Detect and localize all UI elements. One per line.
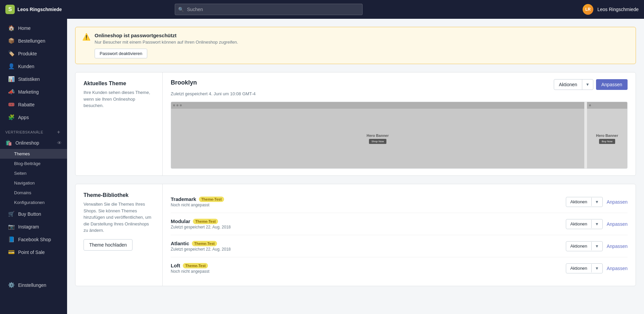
sidebar-item-label: Marketing [18,89,39,95]
theme-library-left: Theme-Bibliothek Verwalten Sie die Theme… [75,184,163,286]
actions-label[interactable]: Aktionen [554,80,582,90]
customize-button-atlantic[interactable]: Anpassen [607,244,628,249]
caret-modular[interactable]: ▼ [592,219,602,229]
caret-trademark[interactable]: ▼ [592,197,602,207]
theme-library-right: Trademark Theme-Test Noch nicht angepass… [163,184,636,286]
preview-side-hero-text: Hero Banner [596,134,618,138]
actions-group-loft: Aktionen ▼ [566,263,602,273]
sidebar-item-settings[interactable]: ⚙️ Einstellungen [3,279,64,291]
topnav-username: Leos Ringschmiede [597,7,639,12]
onlineshop-icon: 🛍️ [5,140,12,146]
actions-label-trademark[interactable]: Aktionen [566,198,592,206]
topnav: S Leos Ringschmiede 🔍 LR Leos Ringschmie… [0,0,644,19]
theme-library-item-loft: Loft Theme-Test Noch nicht angepasst Akt… [171,257,628,279]
theme-name: Brooklyn [171,79,197,86]
theme-test-badge-atlantic: Theme-Test [192,241,217,246]
home-icon: 🏠 [8,25,15,31]
sidebar-subitem-navigation[interactable]: Navigation [0,178,67,188]
sidebar-subitem-label: Themes [14,151,30,156]
pos-icon: 💳 [8,249,15,255]
avatar[interactable]: LR [583,4,593,15]
theme-lib-info-loft: Loft Theme-Test Noch nicht angepasst [171,263,209,274]
add-sales-channel-button[interactable]: + [56,129,62,135]
sidebar-subitem-themes[interactable]: Themes [0,149,67,159]
theme-lib-info-atlantic: Atlantic Theme-Test Zuletzt gespeichert … [171,241,231,252]
preview-side-dot [589,104,591,106]
preview-shop-btn: Shop Now [369,139,387,144]
preview-dot-3 [180,104,182,106]
customize-button[interactable]: Anpassen [596,79,628,90]
actions-group-atlantic: Aktionen ▼ [566,241,602,251]
preview-topbar [171,102,584,109]
deactivate-password-button[interactable]: Passwort deaktivieren [95,49,147,58]
caret-loft[interactable]: ▼ [592,264,602,273]
theme-lib-name-loft: Loft Theme-Test [171,263,209,268]
sidebar-subitem-label: Blog-Beiträge [14,161,41,166]
caret-atlantic[interactable]: ▼ [592,242,602,251]
search-input[interactable] [175,4,363,15]
actions-label-atlantic[interactable]: Aktionen [566,242,592,250]
sidebar-subitem-blog[interactable]: Blog-Beiträge [0,159,67,168]
sidebar-item-customers[interactable]: 👤 Kunden [3,60,64,72]
sidebar-subitem-pages[interactable]: Seiten [0,168,67,178]
theme-lib-info-modular: Modular Theme-Test Zuletzt gespeichert 2… [171,218,231,229]
sidebar-item-label: Bestellungen [18,38,45,44]
customize-button-loft[interactable]: Anpassen [607,266,628,271]
actions-button-group: Aktionen ▼ [554,79,593,90]
upload-theme-button[interactable]: Theme hochladen [84,239,132,251]
actions-label-modular[interactable]: Aktionen [566,220,592,228]
eye-icon[interactable]: 👁 [57,140,62,146]
search-icon: 🔍 [178,7,184,12]
sidebar-item-facebook-shop[interactable]: 📘 Facebook Shop [3,233,64,246]
sidebar-item-onlineshop[interactable]: 🛍️ Onlineshop 👁 [0,137,67,149]
sidebar-item-marketing[interactable]: 📣 Marketing [3,86,64,98]
sidebar-item-home[interactable]: 🏠 Home [3,22,64,34]
theme-library-desc: Verwalten Sie die Themes Ihres Shops. Si… [84,201,154,234]
sidebar-item-label: Facebook Shop [18,237,51,242]
sidebar-item-label: Produkte [18,51,37,56]
facebook-icon: 📘 [8,236,15,243]
sidebar-settings-label: Einstellungen [18,282,46,288]
sidebar-subitem-label: Navigation [14,180,35,186]
customize-button-modular[interactable]: Anpassen [607,221,628,227]
current-theme-right: Brooklyn Aktionen ▼ Anpassen Zuletzt ges… [163,72,636,175]
topnav-logo[interactable]: S Leos Ringschmiede [5,5,62,14]
theme-library-item-atlantic: Atlantic Theme-Test Zuletzt gespeichert … [171,235,628,257]
marketing-icon: 📣 [8,89,15,95]
sidebar-item-apps[interactable]: 🧩 Apps [3,111,64,123]
preview-hero-text: Hero Banner [367,134,389,138]
theme-library-item-modular: Modular Theme-Test Zuletzt gespeichert 2… [171,213,628,235]
theme-library-list: Trademark Theme-Test Noch nicht angepass… [171,191,628,279]
sidebar-item-label: Apps [18,115,29,120]
customize-button-trademark[interactable]: Anpassen [607,199,628,205]
theme-actions: Aktionen ▼ Anpassen [554,79,628,90]
theme-lib-actions-modular: Aktionen ▼ Anpassen [566,219,628,229]
preview-main-panel: Hero Banner Shop Now [171,102,584,168]
theme-test-badge-trademark: Theme-Test [199,197,224,202]
theme-lib-actions-trademark: Aktionen ▼ Anpassen [566,197,628,207]
sidebar-item-label: Instagram [18,224,39,229]
sidebar-item-pos[interactable]: 💳 Point of Sale [3,246,64,258]
actions-label-loft[interactable]: Aktionen [566,264,592,272]
sidebar-item-buybutton[interactable]: 🛒 Buy Button [3,208,64,220]
actions-caret[interactable]: ▼ [582,80,593,89]
settings-icon: ⚙️ [8,282,15,288]
warning-icon: ⚠️ [82,33,91,41]
sidebar-item-instagram[interactable]: 📷 Instagram [3,220,64,233]
sidebar-item-products[interactable]: 🏷️ Produkte [3,47,64,60]
apps-icon: 🧩 [8,114,15,120]
current-theme-left: Aktuelles Theme Ihre Kunden sehen dieses… [75,72,163,175]
preview-dot-2 [176,104,178,106]
orders-icon: 📦 [8,38,15,44]
sidebar-item-statistics[interactable]: 📊 Statistiken [3,73,64,85]
theme-lib-date-atlantic: Zuletzt gespeichert 22. Aug. 2018 [171,247,231,252]
theme-lib-name-atlantic: Atlantic Theme-Test [171,241,231,246]
sidebar-item-orders[interactable]: 📦 Bestellungen [3,35,64,47]
buybutton-icon: 🛒 [8,211,15,217]
shopify-logo-icon: S [5,5,15,14]
sidebar-subitem-config[interactable]: Konfigurationen [0,198,67,207]
theme-lib-actions-loft: Aktionen ▼ Anpassen [566,263,628,273]
theme-library-section: Theme-Bibliothek Verwalten Sie die Theme… [75,184,636,286]
sidebar-subitem-domains[interactable]: Domains [0,188,67,198]
sidebar-item-discounts[interactable]: 🎟️ Rabatte [3,98,64,111]
